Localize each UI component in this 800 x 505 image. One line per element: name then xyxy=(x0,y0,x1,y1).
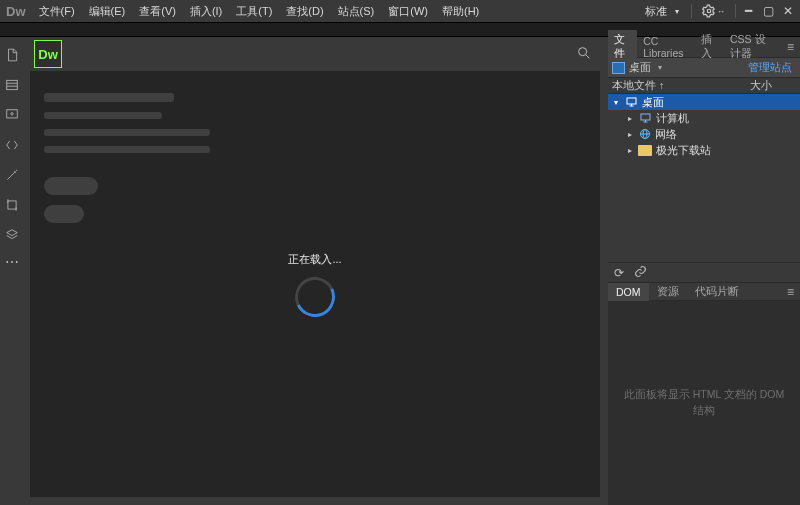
svg-rect-18 xyxy=(641,114,650,120)
spinner-icon xyxy=(289,271,340,322)
disclosure-closed-icon[interactable]: ▸ xyxy=(626,114,634,123)
code-icon[interactable] xyxy=(4,137,20,153)
svg-point-5 xyxy=(11,113,13,115)
menubar: Dw 文件(F) 编辑(E) 查看(V) 插入(I) 工具(T) 查找(D) 站… xyxy=(0,0,800,22)
site-icon xyxy=(612,62,625,74)
menu-file[interactable]: 文件(F) xyxy=(32,1,82,22)
svg-rect-15 xyxy=(627,98,636,104)
svg-point-13 xyxy=(579,48,587,56)
search-button[interactable] xyxy=(576,45,592,63)
workspace-switcher[interactable]: 标准 xyxy=(641,4,671,19)
dw-brand-icon: Dw xyxy=(34,40,62,68)
start-viewport: 正在载入... xyxy=(30,71,600,497)
preview-icon[interactable] xyxy=(4,107,20,123)
column-size[interactable]: 大小 xyxy=(746,79,800,93)
tree-label: 极光下载站 xyxy=(656,143,711,158)
transform-icon[interactable] xyxy=(4,197,20,213)
maximize-button[interactable]: ▢ xyxy=(760,4,776,18)
tree-label: 计算机 xyxy=(656,111,689,126)
dom-panel-tabs: DOM 资源 代码片断 ≡ xyxy=(608,282,800,301)
loading-text: 正在载入... xyxy=(288,252,341,267)
tree-item-network[interactable]: ▸ 网络 xyxy=(608,126,800,142)
tree-label: 桌面 xyxy=(642,95,664,110)
svg-point-0 xyxy=(707,9,711,13)
sync-settings-button[interactable]: ↔ xyxy=(696,4,731,18)
files-columns-header: 本地文件 ↑ 大小 xyxy=(608,78,800,94)
more-tools-icon[interactable]: ⋯ xyxy=(5,257,19,267)
menu-site[interactable]: 站点(S) xyxy=(331,1,382,22)
menu-tools[interactable]: 工具(T) xyxy=(229,1,279,22)
wand-icon[interactable] xyxy=(4,167,20,183)
menu-find[interactable]: 查找(D) xyxy=(279,1,330,22)
menu-help[interactable]: 帮助(H) xyxy=(435,1,486,22)
site-selector[interactable]: 桌面 ▾ 管理站点 xyxy=(608,58,800,78)
tab-snippets[interactable]: 代码片断 xyxy=(687,282,747,302)
tab-assets[interactable]: 资源 xyxy=(649,282,687,302)
chevron-down-icon: ▾ xyxy=(655,63,665,72)
minimize-button[interactable]: ━ xyxy=(740,4,756,18)
menu-edit[interactable]: 编辑(E) xyxy=(82,1,133,22)
svg-rect-4 xyxy=(7,110,18,118)
folder-icon xyxy=(638,145,652,156)
right-panels: 文件 CC Libraries 插入 CSS 设计器 ≡ 桌面 ▾ 管理站点 本… xyxy=(608,37,800,505)
files-panel-footer: ⟳ xyxy=(608,262,800,282)
files-tree: ▾ 桌面 ▸ 计算机 ▸ 网络 ▸ 极光下载站 xyxy=(608,94,800,262)
disclosure-closed-icon[interactable]: ▸ xyxy=(626,146,634,155)
dom-panel-body: 此面板将显示 HTML 文档的 DOM 结构 xyxy=(608,301,800,505)
close-button[interactable]: ✕ xyxy=(780,4,796,18)
manage-sites-link[interactable]: 管理站点 xyxy=(748,60,796,75)
menu-view[interactable]: 查看(V) xyxy=(132,1,183,22)
disclosure-closed-icon[interactable]: ▸ xyxy=(626,130,634,139)
network-icon xyxy=(638,128,651,140)
svg-rect-1 xyxy=(7,80,18,89)
svg-marker-12 xyxy=(7,230,18,236)
tree-label: 网络 xyxy=(655,127,677,142)
loading-indicator: 正在载入... xyxy=(30,71,600,497)
panel-menu-icon[interactable]: ≡ xyxy=(781,40,800,54)
files-panel-tabs: 文件 CC Libraries 插入 CSS 设计器 ≡ xyxy=(608,37,800,58)
panel-menu-icon[interactable]: ≡ xyxy=(781,285,800,299)
computer-icon xyxy=(638,112,652,124)
file-icon[interactable] xyxy=(4,47,20,63)
list-icon[interactable] xyxy=(4,77,20,93)
menu-window[interactable]: 窗口(W) xyxy=(381,1,435,22)
svg-line-6 xyxy=(7,173,14,180)
app-logo: Dw xyxy=(4,4,32,19)
refresh-icon[interactable]: ⟳ xyxy=(614,266,624,280)
start-header: Dw xyxy=(24,37,608,71)
tree-item-computer[interactable]: ▸ 计算机 xyxy=(608,110,800,126)
svg-point-7 xyxy=(14,172,15,173)
editor-area: Dw 正在载入... xyxy=(24,37,608,505)
column-localfiles[interactable]: 本地文件 ↑ xyxy=(608,79,746,93)
menu-insert[interactable]: 插入(I) xyxy=(183,1,229,22)
link-icon[interactable] xyxy=(634,265,647,281)
site-name: 桌面 xyxy=(629,60,651,75)
layers-icon[interactable] xyxy=(4,227,20,243)
chevron-down-icon: ▾ xyxy=(675,7,687,16)
tool-rail: ⋯ xyxy=(0,37,24,505)
tree-item-folder[interactable]: ▸ 极光下载站 xyxy=(608,142,800,158)
tab-dom[interactable]: DOM xyxy=(608,283,649,301)
desktop-icon xyxy=(624,96,638,108)
dom-placeholder-text: 此面板将显示 HTML 文档的 DOM 结构 xyxy=(622,387,786,419)
disclosure-open-icon[interactable]: ▾ xyxy=(612,98,620,107)
svg-rect-9 xyxy=(8,201,16,209)
tree-root-desktop[interactable]: ▾ 桌面 xyxy=(608,94,800,110)
svg-point-8 xyxy=(16,170,17,171)
svg-line-14 xyxy=(586,55,589,58)
